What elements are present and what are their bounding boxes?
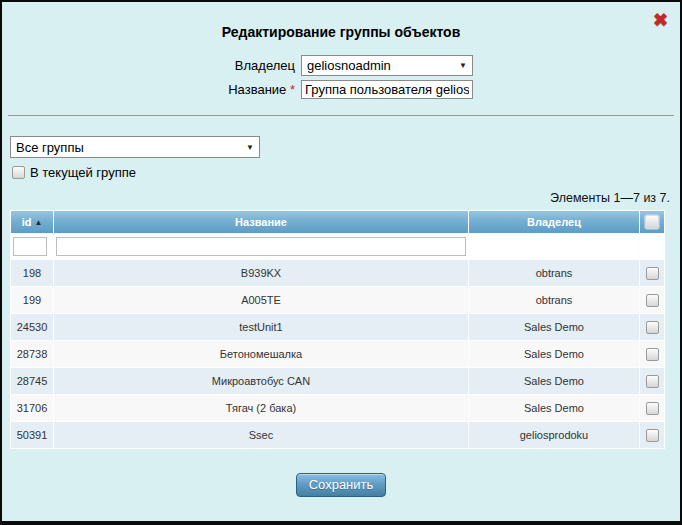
table-row[interactable]: 199 A005TE obtrans	[11, 287, 664, 313]
row-checkbox[interactable]	[646, 402, 659, 415]
owner-select-value: geliosnoadmin	[307, 58, 391, 73]
cell-id: 198	[11, 260, 53, 286]
table-header-row: id▲ Название Владелец	[11, 211, 664, 233]
owner-label: Владелец	[209, 58, 295, 73]
table-row[interactable]: 50391 Ssec geliosprodoku	[11, 422, 664, 448]
sort-asc-icon: ▲	[34, 218, 42, 227]
cell-name: Бетономешалка	[54, 341, 468, 367]
group-filter-select[interactable]: Все группы ▼	[10, 136, 260, 158]
edit-form: Владелец geliosnoadmin ▼ Название *	[2, 55, 680, 99]
cell-id: 24530	[11, 314, 53, 340]
cell-owner: Sales Demo	[469, 395, 639, 421]
cell-select	[640, 287, 664, 313]
cell-id: 50391	[11, 422, 53, 448]
cell-select	[640, 260, 664, 286]
row-checkbox[interactable]	[646, 429, 659, 442]
in-current-group-label: В текущей группе	[30, 165, 136, 180]
table-row[interactable]: 28745 Микроавтобус CAN Sales Demo	[11, 368, 664, 394]
in-current-group-option: В текущей группе	[12, 165, 680, 180]
required-asterisk: *	[290, 82, 295, 97]
edit-object-group-dialog: ✖ Редактирование группы объектов Владеле…	[0, 0, 682, 525]
name-label: Название *	[209, 82, 295, 97]
column-header-name[interactable]: Название	[54, 211, 468, 233]
table-row[interactable]: 31706 Тягач (2 бака) Sales Demo	[11, 395, 664, 421]
group-name-input[interactable]	[301, 80, 473, 99]
cell-name: B939KX	[54, 260, 468, 286]
divider	[8, 115, 674, 116]
dialog-footer: Сохранить	[2, 473, 680, 497]
owner-filter-cell	[469, 234, 639, 259]
owner-row: Владелец geliosnoadmin ▼	[2, 55, 680, 76]
chevron-down-icon: ▼	[246, 143, 254, 152]
cell-select	[640, 422, 664, 448]
cell-name: A005TE	[54, 287, 468, 313]
objects-table: id▲ Название Владелец 198 B939KX obtrans…	[10, 210, 665, 449]
owner-select[interactable]: geliosnoadmin ▼	[301, 55, 473, 76]
column-header-id[interactable]: id▲	[11, 211, 53, 233]
select-all-checkbox[interactable]	[645, 215, 659, 229]
chevron-down-icon: ▼	[459, 61, 467, 70]
cell-owner: Sales Demo	[469, 314, 639, 340]
row-checkbox[interactable]	[646, 294, 659, 307]
cell-name: Микроавтобус CAN	[54, 368, 468, 394]
table-row[interactable]: 198 B939KX obtrans	[11, 260, 664, 286]
cell-owner: Sales Demo	[469, 341, 639, 367]
dialog-title: Редактирование группы объектов	[2, 24, 680, 40]
cell-id: 28738	[11, 341, 53, 367]
group-filter-value: Все группы	[16, 140, 84, 155]
close-icon[interactable]: ✖	[653, 11, 668, 29]
column-header-id-label: id	[22, 216, 32, 228]
table-row[interactable]: 28738 Бетономешалка Sales Demo	[11, 341, 664, 367]
in-current-group-checkbox[interactable]	[12, 166, 25, 179]
table-row[interactable]: 24530 testUnit1 Sales Demo	[11, 314, 664, 340]
column-header-owner[interactable]: Владелец	[469, 211, 639, 233]
row-checkbox[interactable]	[646, 348, 659, 361]
row-checkbox[interactable]	[646, 267, 659, 280]
cell-name: testUnit1	[54, 314, 468, 340]
name-filter-input[interactable]	[56, 237, 466, 256]
cell-owner: obtrans	[469, 260, 639, 286]
column-header-select	[640, 211, 664, 233]
check-filter-cell	[640, 234, 664, 259]
name-filter-cell	[54, 234, 468, 259]
pager-summary: Элементы 1—7 из 7.	[2, 191, 670, 205]
cell-owner: geliosprodoku	[469, 422, 639, 448]
cell-select	[640, 314, 664, 340]
row-checkbox[interactable]	[646, 375, 659, 388]
cell-owner: obtrans	[469, 287, 639, 313]
cell-select	[640, 395, 664, 421]
id-filter-input[interactable]	[13, 237, 47, 256]
table-filter-row	[11, 234, 664, 259]
save-button[interactable]: Сохранить	[296, 473, 387, 497]
cell-id: 199	[11, 287, 53, 313]
cell-name: Ssec	[54, 422, 468, 448]
cell-select	[640, 368, 664, 394]
cell-select	[640, 341, 664, 367]
id-filter-cell	[11, 234, 53, 259]
row-checkbox[interactable]	[646, 321, 659, 334]
name-row: Название *	[2, 80, 680, 99]
cell-owner: Sales Demo	[469, 368, 639, 394]
table-body: 198 B939KX obtrans 199 A005TE obtrans 24…	[11, 260, 664, 448]
name-label-text: Название	[228, 82, 286, 97]
cell-id: 31706	[11, 395, 53, 421]
cell-id: 28745	[11, 368, 53, 394]
filters-section: Все группы ▼ В текущей группе	[10, 136, 680, 180]
cell-name: Тягач (2 бака)	[54, 395, 468, 421]
